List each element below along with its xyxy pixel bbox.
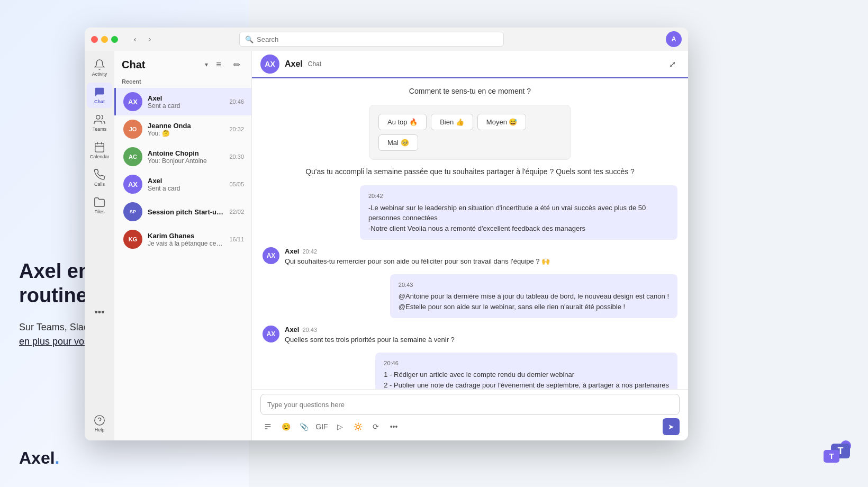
reply-wrapper-1: 20:42 -Le webinar sur le leadership en s… xyxy=(285,185,677,240)
loop-button[interactable]: ⟳ xyxy=(368,419,383,434)
teams-logo: T T xyxy=(815,434,857,476)
chat-info-antoine: Antoine Chopin You: Bonjour Antoine xyxy=(148,149,224,165)
message-row-1: AX Axel 20:42 Qui souhaites-tu remercier… xyxy=(263,247,677,267)
message-header-1: Axel 20:42 xyxy=(285,247,677,255)
chat-main-title: Axel xyxy=(285,59,303,69)
poll-option-bien[interactable]: Bien 👍 xyxy=(431,114,473,130)
chat-info-karim: Karim Ghanes Je vais à la pétanque ce so… xyxy=(148,232,224,247)
files-label: Files xyxy=(94,209,104,214)
sidebar: Activity Chat Teams Calendar Calls Files xyxy=(85,51,114,440)
bot-question-2: Qu'as tu accompli la semaine passée que … xyxy=(263,167,677,176)
reply-bubble-3: 20:46 1 - Rédiger un article avec le com… xyxy=(375,353,677,390)
chat-preview-axel1: Sent a card xyxy=(148,102,224,110)
teams-label: Teams xyxy=(93,127,107,132)
message-input-box[interactable] xyxy=(260,394,680,415)
poll-option-moyen[interactable]: Moyen 😅 xyxy=(477,114,527,130)
calendar-label: Calendar xyxy=(90,154,110,159)
reply-text-3: 1 - Rédiger un article avec le compte re… xyxy=(384,369,669,389)
reply-bubble-2: 20:43 @Antoine pour la dernière mise à j… xyxy=(390,274,677,319)
chat-main-header: AX Axel Chat ⤢ xyxy=(252,51,688,78)
reply-wrapper-2: 20:43 @Antoine pour la dernière mise à j… xyxy=(285,274,677,319)
chat-item-antoine[interactable]: AC Antoine Chopin You: Bonjour Antoine 2… xyxy=(114,143,251,170)
search-input[interactable] xyxy=(257,35,498,43)
message-row-2: AX Axel 20:43 Quelles sont tes trois pri… xyxy=(263,326,677,345)
user-avatar[interactable]: A xyxy=(666,31,682,47)
chat-name-jeanne: Jeanne Onda xyxy=(148,122,224,130)
svg-text:T: T xyxy=(829,452,834,461)
message-time-2: 20:43 xyxy=(302,327,317,333)
chat-preview-jeanne: You: 🤔 xyxy=(148,130,224,137)
chat-item-karim[interactable]: KG Karim Ghanes Je vais à la pétanque ce… xyxy=(114,226,251,253)
more-icon: ••• xyxy=(95,307,105,318)
minimize-button[interactable] xyxy=(101,36,108,43)
expand-button[interactable]: ⤢ xyxy=(665,57,680,71)
attach-button[interactable]: 📎 xyxy=(296,419,311,434)
reply-time-2: 20:43 xyxy=(399,281,669,290)
chat-item-jeanne[interactable]: JO Jeanne Onda You: 🤔 20:32 xyxy=(114,115,251,143)
sidebar-item-calls[interactable]: Calls xyxy=(87,165,112,191)
back-arrow[interactable]: ‹ xyxy=(129,33,141,46)
maximize-button[interactable] xyxy=(111,36,118,43)
praise-button[interactable]: 🔆 xyxy=(350,419,365,434)
main-content: Activity Chat Teams Calendar Calls Files xyxy=(85,51,688,440)
emoji-button[interactable]: 😊 xyxy=(278,419,293,434)
chat-info-session: Session pitch Start-up RH/Inno... xyxy=(148,208,224,216)
reply-bubble-1: 20:42 -Le webinar sur le leadership en s… xyxy=(360,185,677,240)
filter-button[interactable]: ≡ xyxy=(211,57,226,72)
gif-button[interactable]: GIF xyxy=(314,419,329,434)
forward-arrow[interactable]: › xyxy=(143,33,156,46)
sidebar-item-teams[interactable]: Teams xyxy=(87,110,112,136)
sidebar-item-more[interactable]: ••• xyxy=(87,300,112,325)
chat-time-karim: 16/11 xyxy=(229,236,244,242)
chat-preview-karim: Je vais à la pétanque ce soir si ça te d… xyxy=(148,240,224,247)
format-button[interactable] xyxy=(260,419,275,434)
chat-name-session: Session pitch Start-up RH/Inno... xyxy=(148,208,224,216)
close-button[interactable] xyxy=(91,36,98,43)
help-label: Help xyxy=(95,427,105,432)
send-button[interactable]: ➤ xyxy=(663,418,680,435)
chat-name-antoine: Antoine Chopin xyxy=(148,149,224,157)
sidebar-item-help[interactable]: Help xyxy=(87,411,112,436)
message-content-1: Axel 20:42 Qui souhaites-tu remercier po… xyxy=(285,247,677,267)
chat-list-title: Chat xyxy=(122,59,202,71)
poll-buttons: Au top 🔥 Bien 👍 Moyen 😅 Mal 🥺 xyxy=(369,105,571,160)
axel-logo: Axel. xyxy=(19,448,59,468)
chat-preview-antoine: You: Bonjour Antoine xyxy=(148,157,224,165)
poll-option-mal[interactable]: Mal 🥺 xyxy=(378,134,418,151)
chat-time-axel1: 20:46 xyxy=(229,98,244,105)
chat-info-jeanne: Jeanne Onda You: 🤔 xyxy=(148,122,224,137)
sticker-button[interactable]: ▷ xyxy=(332,419,347,434)
message-input[interactable] xyxy=(267,401,673,409)
sidebar-item-files[interactable]: Files xyxy=(87,193,112,218)
bot-question-1: Comment te sens-tu en ce moment ? xyxy=(263,87,677,95)
chat-item-axel1[interactable]: AX Axel Sent a card 20:46 xyxy=(114,88,251,115)
new-chat-button[interactable]: ✏ xyxy=(229,57,244,72)
chat-header-actions: ≡ ✏ xyxy=(211,57,244,72)
reply-container-2: 20:43 @Antoine pour la dernière mise à j… xyxy=(390,274,677,319)
message-avatar-axel2: AX xyxy=(263,326,279,342)
chat-list-panel: Chat ▾ ≡ ✏ Recent AX Axel Sent a card 20… xyxy=(114,51,252,440)
more-toolbar-button[interactable]: ••• xyxy=(386,419,401,434)
chat-name-axel1: Axel xyxy=(148,94,224,102)
chat-main: AX Axel Chat ⤢ Comment te sens-tu en ce … xyxy=(252,51,688,440)
reply-container-1: 20:42 -Le webinar sur le leadership en s… xyxy=(360,185,677,240)
search-icon: 🔍 xyxy=(245,35,254,43)
chat-time-jeanne: 20:32 xyxy=(229,126,244,132)
chat-time-antoine: 20:30 xyxy=(229,154,244,160)
reply-wrapper-3: 20:46 1 - Rédiger un article avec le com… xyxy=(285,353,677,390)
chat-label: Chat xyxy=(94,99,105,104)
chat-time-session: 22/02 xyxy=(229,209,244,215)
chat-name-karim: Karim Ghanes xyxy=(148,232,224,240)
chat-item-axel2[interactable]: AX Axel Sent a card 05/05 xyxy=(114,170,251,198)
sidebar-item-calendar[interactable]: Calendar xyxy=(87,138,112,163)
message-toolbar: 😊 📎 GIF ▷ 🔆 ⟳ ••• ➤ xyxy=(260,415,680,436)
search-bar[interactable]: 🔍 xyxy=(239,32,504,47)
sidebar-item-chat[interactable]: Chat xyxy=(87,83,112,108)
teams-window: ‹ › 🔍 A Activity Chat Teams xyxy=(85,28,688,440)
svg-point-5 xyxy=(96,115,100,119)
sidebar-item-activity[interactable]: Activity xyxy=(87,55,112,80)
poll-option-autop[interactable]: Au top 🔥 xyxy=(378,114,427,130)
message-sender-1: Axel xyxy=(285,247,299,255)
reply-time-1: 20:42 xyxy=(368,192,669,201)
chat-item-session[interactable]: SP Session pitch Start-up RH/Inno... 22/… xyxy=(114,198,251,226)
